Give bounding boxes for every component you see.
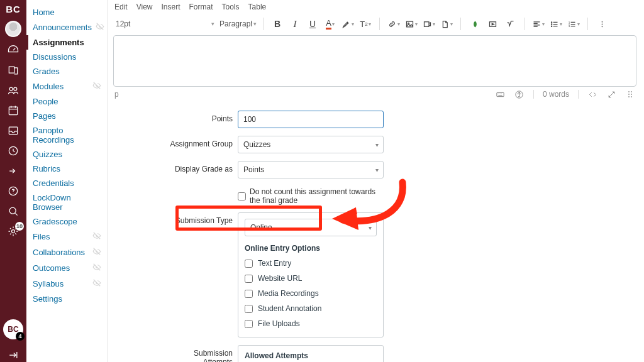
- svg-point-18: [601, 21, 602, 22]
- font-size-select[interactable]: [113, 18, 219, 30]
- assignment-group-label: Assignment Group: [165, 136, 233, 148]
- svg-point-19: [601, 23, 602, 25]
- document-button[interactable]: [439, 16, 454, 31]
- commons-icon[interactable]: [6, 164, 20, 178]
- sidebar-item-credentials[interactable]: Credentials: [26, 176, 108, 190]
- keyboard-icon[interactable]: [496, 89, 506, 99]
- display-grade-select[interactable]: [238, 161, 384, 178]
- superscript-button[interactable]: T2: [358, 16, 373, 31]
- bullet-list-button[interactable]: [548, 16, 564, 31]
- equation-button[interactable]: [502, 16, 518, 31]
- courses-icon[interactable]: [6, 63, 20, 77]
- app-button[interactable]: [467, 16, 482, 31]
- points-label: Points: [165, 111, 233, 123]
- sidebar-item-label: Assignments: [33, 38, 84, 47]
- groups-icon[interactable]: [6, 84, 20, 97]
- submission-attempts-box: Allowed Attempts: [238, 345, 384, 362]
- assignment-group-select[interactable]: [238, 136, 384, 153]
- history-icon[interactable]: [6, 144, 20, 158]
- sidebar-item-files[interactable]: Files: [26, 229, 108, 244]
- word-count[interactable]: 0 words: [543, 90, 569, 99]
- bottom-brand-logo[interactable]: BC 4: [3, 319, 23, 339]
- settings-extra-icon[interactable]: 10: [6, 224, 20, 238]
- brand-logo[interactable]: BC: [6, 4, 21, 14]
- rce-menu-edit[interactable]: Edit: [114, 3, 128, 11]
- underline-button[interactable]: U: [305, 16, 320, 31]
- sidebar-item-grades[interactable]: Grades: [26, 64, 108, 79]
- text-entry-option[interactable]: Text Entry: [245, 259, 377, 268]
- media-button[interactable]: [421, 16, 436, 31]
- block-format-select[interactable]: [217, 18, 261, 30]
- sidebar-item-assignments[interactable]: Assignments: [26, 35, 108, 50]
- hidden-eye-icon: [92, 263, 101, 273]
- sidebar-item-label: People: [33, 97, 58, 106]
- rce-menu-table[interactable]: Table: [248, 3, 267, 11]
- html-view-icon[interactable]: [587, 89, 597, 99]
- sidebar-item-discussions[interactable]: Discussions: [26, 50, 108, 64]
- points-input[interactable]: [238, 111, 384, 128]
- rce-menu-insert[interactable]: Insert: [161, 3, 180, 11]
- sidebar-item-rubrics[interactable]: Rubrics: [26, 162, 108, 176]
- submission-type-label: Submission Type: [165, 212, 233, 225]
- exclude-from-grade-label: Do not count this assignment towards the…: [250, 187, 384, 205]
- account-icon[interactable]: [5, 21, 21, 37]
- sidebar-item-label: Grades: [33, 67, 60, 76]
- sidebar-item-pages[interactable]: Pages: [26, 109, 108, 123]
- svg-rect-3: [9, 127, 17, 134]
- sidebar-item-label: Files: [33, 232, 50, 241]
- calendar-icon[interactable]: [6, 104, 20, 118]
- highlight-button[interactable]: [340, 16, 355, 31]
- bold-button[interactable]: B: [270, 16, 285, 31]
- fullscreen-icon[interactable]: [606, 89, 616, 99]
- rce-menu-view[interactable]: View: [136, 3, 153, 11]
- sidebar-item-gradescope[interactable]: Gradescope: [26, 214, 108, 229]
- italic-button[interactable]: I: [287, 16, 303, 31]
- svg-point-1: [14, 87, 17, 90]
- media-recordings-option[interactable]: Media Recordings: [245, 289, 377, 298]
- sidebar-item-lockdown-browser[interactable]: LockDown Browser: [26, 190, 108, 214]
- resize-handle-icon[interactable]: [625, 89, 635, 99]
- svg-rect-21: [497, 92, 504, 96]
- exclude-from-grade-checkbox-row[interactable]: Do not count this assignment towards the…: [238, 186, 384, 205]
- image-button[interactable]: [404, 16, 419, 31]
- rce-editor-body[interactable]: [113, 35, 636, 87]
- sidebar-item-label: Discussions: [33, 52, 76, 62]
- inbox-icon[interactable]: [6, 124, 20, 138]
- exclude-from-grade-checkbox[interactable]: [238, 192, 246, 200]
- sidebar-item-syllabus[interactable]: Syllabus: [26, 276, 108, 292]
- student-annotation-option[interactable]: Student Annotation: [245, 304, 377, 313]
- dashboard-icon[interactable]: [6, 43, 20, 57]
- rce-menu-tools[interactable]: Tools: [222, 3, 240, 11]
- sidebar-item-label: Syllabus: [33, 279, 64, 288]
- sidebar-item-quizzes[interactable]: Quizzes: [26, 147, 108, 162]
- sidebar-item-home[interactable]: Home: [26, 5, 108, 19]
- sidebar-item-label: Announcements: [33, 23, 92, 32]
- allowed-attempts-heading: Allowed Attempts: [245, 351, 377, 360]
- sidebar-item-settings[interactable]: Settings: [26, 292, 108, 306]
- submission-type-select[interactable]: [245, 219, 377, 236]
- svg-point-7: [12, 230, 15, 233]
- website-url-option[interactable]: Website URL: [245, 274, 377, 283]
- insert-media-button[interactable]: [485, 16, 500, 31]
- text-color-button[interactable]: A: [323, 16, 338, 31]
- align-button[interactable]: [531, 16, 546, 31]
- search-icon[interactable]: [6, 204, 20, 218]
- sidebar-item-panopto-recordings[interactable]: Panopto Recordings: [26, 123, 108, 147]
- rce-toolbar: B I U A T2 123: [113, 14, 636, 35]
- number-list-button[interactable]: 123: [566, 16, 581, 31]
- sidebar-item-announcements[interactable]: Announcements: [26, 19, 108, 35]
- sidebar-item-outcomes[interactable]: Outcomes: [26, 260, 108, 276]
- rce-menu-format[interactable]: Format: [189, 3, 213, 11]
- file-uploads-option[interactable]: File Uploads: [245, 319, 377, 328]
- collapse-rail-icon[interactable]: [6, 348, 20, 362]
- sidebar-item-label: Outcomes: [33, 263, 70, 273]
- more-tools-button[interactable]: [594, 16, 609, 31]
- sidebar-item-label: Credentials: [33, 178, 74, 188]
- settings-badge: 10: [15, 222, 24, 231]
- sidebar-item-people[interactable]: People: [26, 94, 108, 109]
- link-button[interactable]: [386, 16, 401, 31]
- a11y-icon[interactable]: [514, 89, 525, 99]
- sidebar-item-collaborations[interactable]: Collaborations: [26, 244, 108, 260]
- sidebar-item-modules[interactable]: Modules: [26, 79, 108, 94]
- help-icon[interactable]: [6, 184, 20, 198]
